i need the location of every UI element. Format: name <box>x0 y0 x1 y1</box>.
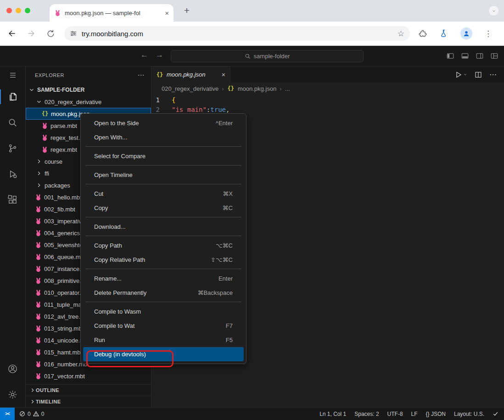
settings-gear-icon[interactable] <box>0 381 25 407</box>
menu-item-copy-relative-path[interactable]: Copy Relative Path⇧⌥⌘C <box>83 253 244 267</box>
context-menu: Open to the Side^Enter Open With... Sele… <box>80 113 246 364</box>
problems-indicator[interactable]: 0 0 <box>15 411 49 417</box>
activity-run-debug-icon[interactable] <box>0 161 25 187</box>
check-icon[interactable] <box>493 411 498 417</box>
menu-item-copy-path[interactable]: Copy Path⌥⌘C <box>83 238 244 253</box>
url-text[interactable]: try.moonbitlang.com <box>82 30 143 38</box>
site-settings-icon[interactable] <box>70 30 77 37</box>
tab-close-icon[interactable]: × <box>222 71 225 78</box>
mbt-file-icon <box>35 218 42 225</box>
timeline-section[interactable]: TIMELINE <box>26 396 151 407</box>
menu-item-open-timeline[interactable]: Open Timeline <box>83 168 244 182</box>
mbt-file-icon <box>41 122 48 129</box>
mbt-file-icon <box>35 373 42 380</box>
menu-item-run[interactable]: RunF5 <box>83 333 244 347</box>
menu-separator <box>85 217 241 217</box>
json-file-icon: {} <box>41 111 49 117</box>
menu-item-cut[interactable]: Cut⌘X <box>83 187 244 201</box>
maximize-window-button[interactable] <box>25 8 30 13</box>
mbt-file-icon <box>35 265 42 272</box>
encoding[interactable]: UTF-8 <box>387 411 403 417</box>
explorer-actions-icon[interactable]: ⋯ <box>138 71 145 79</box>
forward-button[interactable] <box>26 28 37 39</box>
editor-tabbar: {} moon.pkg.json × ⋯ <box>151 66 504 83</box>
profile-avatar[interactable] <box>460 28 472 39</box>
tab-close-icon[interactable]: × <box>165 9 169 17</box>
activity-bar <box>0 66 26 407</box>
explorer-title: EXPLORER <box>35 72 64 78</box>
language-mode[interactable]: {} JSON <box>426 411 446 417</box>
mbt-file-icon <box>35 337 42 344</box>
eol-sequence[interactable]: LF <box>411 411 418 417</box>
code-line-1: 1 { <box>151 95 504 105</box>
menu-item-delete-permanently[interactable]: Delete Permanently⌘Backspace <box>83 286 244 300</box>
menu-separator <box>85 184 241 184</box>
breadcrumb-folder[interactable]: 020_regex_derivative <box>162 85 218 92</box>
toggle-panel-icon[interactable] <box>461 52 469 60</box>
menu-item-rename[interactable]: Rename...Enter <box>83 271 244 286</box>
menu-item-download[interactable]: Download... <box>83 220 244 234</box>
split-editor-icon[interactable] <box>475 71 482 78</box>
activity-source-control-icon[interactable] <box>0 135 25 161</box>
mbt-file-icon <box>35 277 42 284</box>
menu-item-select-for-compare[interactable]: Select for Compare <box>83 149 244 163</box>
menu-item-compile-to-wasm[interactable]: Compile to Wasm <box>83 304 244 319</box>
activity-extensions-icon[interactable] <box>0 187 25 212</box>
layout-controls <box>446 52 498 60</box>
keyboard-layout[interactable]: Layout: U.S. <box>454 411 484 417</box>
editor-more-actions-icon[interactable]: ⋯ <box>489 70 497 79</box>
labs-beaker-icon[interactable] <box>439 29 448 38</box>
back-button[interactable] <box>6 28 17 39</box>
activity-search-icon[interactable] <box>0 110 25 135</box>
line-number: 1 <box>151 95 172 105</box>
toggle-secondary-sidebar-icon[interactable] <box>476 52 484 60</box>
reload-button[interactable] <box>45 28 56 39</box>
editor-forward-icon[interactable]: → <box>156 50 163 60</box>
menu-item-open-to-the-side[interactable]: Open to the Side^Enter <box>83 116 244 130</box>
breadcrumb-symbol[interactable]: ... <box>285 85 290 92</box>
tree-file[interactable]: 017_vector.mbt <box>26 370 151 382</box>
bookmark-star-icon[interactable]: ☆ <box>398 29 404 39</box>
menu-item-open-with[interactable]: Open With... <box>83 130 244 144</box>
vscode-titlebar: ← → sample-folder <box>0 46 504 66</box>
code-editor[interactable]: 1 { 2 "is_main": true, <box>151 94 504 115</box>
tree-folder-020-regex-derivative[interactable]: 020_regex_derivative <box>26 96 151 108</box>
status-bar: >< 0 0 Ln 1, Col 1 Spaces: 2 UTF-8 LF {}… <box>0 407 504 420</box>
toolbar-right: ⋮ <box>418 28 492 39</box>
customize-layout-icon[interactable] <box>490 52 498 60</box>
mbt-file-icon <box>35 313 42 320</box>
browser-toolbar: try.moonbitlang.com ☆ ⋮ <box>0 22 504 46</box>
toggle-sidebar-icon[interactable] <box>446 52 454 60</box>
new-tab-button[interactable]: + <box>181 5 193 17</box>
command-center-text: sample-folder <box>254 53 290 60</box>
account-icon[interactable] <box>0 356 25 381</box>
browser-menu-icon[interactable]: ⋮ <box>484 29 492 39</box>
editor-tab-moon-pkg-json[interactable]: {} moon.pkg.json × <box>151 66 230 83</box>
activity-explorer-icon[interactable] <box>0 84 25 110</box>
indentation[interactable]: Spaces: 2 <box>354 411 379 417</box>
outline-section[interactable]: OUTLINE <box>26 384 151 396</box>
extensions-puzzle-icon[interactable] <box>418 29 427 38</box>
warning-count: 0 <box>41 411 45 417</box>
person-icon <box>463 30 470 37</box>
address-bar[interactable]: try.moonbitlang.com ☆ <box>64 26 410 41</box>
breadcrumb-file[interactable]: moon.pkg.json <box>238 85 277 92</box>
tree-root[interactable]: SAMPLE-FOLDER <box>26 84 151 96</box>
mbt-file-icon <box>35 349 42 356</box>
close-window-button[interactable] <box>6 8 12 13</box>
minimize-window-button[interactable] <box>16 8 21 13</box>
cursor-position[interactable]: Ln 1, Col 1 <box>319 411 346 417</box>
mbt-file-icon <box>41 146 48 153</box>
editor-back-icon[interactable]: ← <box>140 50 148 60</box>
command-center-search[interactable]: sample-folder <box>171 50 364 62</box>
tab-search-button[interactable] <box>489 6 498 16</box>
mbt-file-icon <box>35 230 42 237</box>
menu-item-compile-to-wat[interactable]: Compile to WatF7 <box>83 319 244 333</box>
menu-item-debug-in-devtools[interactable]: Debug (in devtools) <box>83 347 244 361</box>
remote-indicator[interactable]: >< <box>0 408 15 420</box>
warnings-icon <box>33 411 39 417</box>
run-button[interactable] <box>455 71 467 78</box>
browser-tab[interactable]: moon.pkg.json — sample-fol × <box>50 4 174 22</box>
menu-hamburger-icon[interactable] <box>0 66 25 84</box>
menu-item-copy[interactable]: Copy⌘C <box>83 201 244 215</box>
